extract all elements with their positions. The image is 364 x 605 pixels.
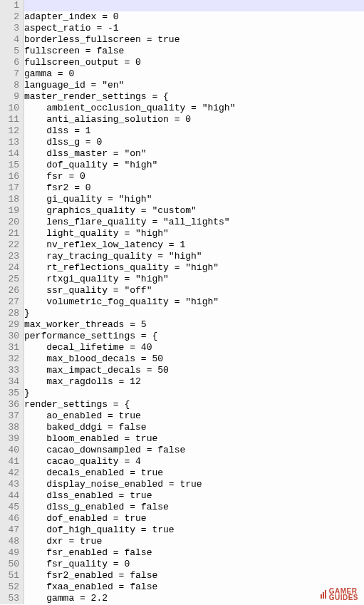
code-line[interactable]: display_noise_enabled = true [24,479,364,490]
code-line[interactable]: graphics_quality = "custom" [24,205,364,217]
code-editor: 1234567891011121314151617181920212223242… [0,0,364,604]
line-number: 30 [0,331,19,342]
code-line[interactable]: fullscreen = false [24,46,364,57]
code-line[interactable]: fsr_enabled = false [24,547,364,559]
code-line[interactable]: adapter_index = 0 [24,11,364,23]
line-number: 29 [0,319,19,331]
code-line[interactable]: ray_tracing_quality = "high" [24,251,364,262]
line-number: 42 [0,467,19,479]
line-number: 15 [0,160,19,171]
line-number: 11 [0,114,19,125]
line-number: 19 [0,205,19,217]
code-line[interactable]: dlss = 1 [24,125,364,137]
line-number: 25 [0,274,19,285]
line-number: 53 [0,593,19,604]
watermark-bars-icon [321,590,326,599]
line-number: 46 [0,513,19,524]
code-line[interactable]: max_blood_decals = 50 [24,353,364,365]
line-number: 5 [0,46,19,57]
line-number: 40 [0,445,19,456]
code-line[interactable]: dlss_g_enabled = false [24,502,364,513]
code-line[interactable]: master_render_settings = { [24,91,364,103]
code-line[interactable]: cacao_downsampled = false [24,445,364,456]
code-line[interactable]: gi_quality = "high" [24,194,364,205]
code-line[interactable]: bloom_enabled = true [24,433,364,445]
code-line[interactable]: rt_reflections_quality = "high" [24,262,364,274]
code-line[interactable]: language_id = "en" [24,80,364,91]
code-line[interactable]: lens_flare_quality = "all_lights" [24,217,364,228]
line-number: 38 [0,422,19,433]
code-line[interactable]: dof_quality = "high" [24,160,364,171]
code-line[interactable]: dof_high_quality = true [24,524,364,536]
line-number: 21 [0,228,19,239]
watermark-logo: GAMER GUIDES [321,588,358,601]
watermark-line2: GUIDES [329,594,358,601]
code-line[interactable]: performance_settings = { [24,331,364,342]
line-number: 31 [0,342,19,353]
code-line[interactable]: decals_enabled = true [24,467,364,479]
code-line[interactable]: fsr_quality = 0 [24,559,364,570]
code-line[interactable]: fsr2 = 0 [24,182,364,194]
line-number: 16 [0,171,19,182]
code-line[interactable]: dxr = true [24,536,364,547]
code-area[interactable]: adapter_index = 0aspect_ratio = -1border… [24,0,364,604]
code-line[interactable]: max_ragdolls = 12 [24,376,364,388]
line-number: 34 [0,376,19,388]
code-line[interactable]: light_quality = "high" [24,228,364,239]
line-number: 36 [0,399,19,410]
code-line[interactable]: rtxgi_quality = "high" [24,274,364,285]
line-number: 39 [0,433,19,445]
code-line[interactable]: cacao_quality = 4 [24,456,364,467]
line-number: 10 [0,103,19,114]
code-line[interactable]: max_impact_decals = 50 [24,365,364,376]
code-line[interactable]: } [24,388,364,399]
line-number: 51 [0,570,19,581]
code-line[interactable]: volumetric_fog_quality = "high" [24,296,364,308]
code-line[interactable]: max_worker_threads = 5 [24,319,364,331]
code-line[interactable]: dlss_enabled = true [24,490,364,502]
line-number: 47 [0,524,19,536]
code-line[interactable]: render_settings = { [24,399,364,410]
line-number: 28 [0,308,19,319]
line-number-gutter: 1234567891011121314151617181920212223242… [0,0,24,604]
line-number: 44 [0,490,19,502]
code-line[interactable]: aspect_ratio = -1 [24,23,364,34]
code-line[interactable]: baked_ddgi = false [24,422,364,433]
code-line[interactable]: fsr = 0 [24,171,364,182]
code-line[interactable]: dof_enabled = true [24,513,364,524]
line-number: 12 [0,125,19,137]
line-number: 41 [0,456,19,467]
code-line[interactable]: ambient_occlusion_quality = "high" [24,103,364,114]
code-line[interactable]: ao_enabled = true [24,410,364,422]
line-number: 35 [0,388,19,399]
line-number: 27 [0,296,19,308]
line-number: 45 [0,502,19,513]
code-line[interactable]: fsr2_enabled = false [24,570,364,581]
code-line[interactable]: nv_reflex_low_latency = 1 [24,239,364,251]
code-line[interactable]: ssr_quality = "off" [24,285,364,296]
code-line[interactable]: fxaa_enabled = false [24,581,364,593]
line-number: 8 [0,80,19,91]
code-line[interactable]: dlss_g = 0 [24,137,364,148]
code-line[interactable]: borderless_fullscreen = true [24,34,364,46]
line-number: 48 [0,536,19,547]
line-number: 43 [0,479,19,490]
line-number: 33 [0,365,19,376]
line-number: 52 [0,581,19,593]
code-line[interactable]: gamma = 0 [24,68,364,80]
line-number: 1 [0,0,19,11]
line-number: 23 [0,251,19,262]
code-line[interactable]: gamma = 2.2 [24,593,364,604]
line-number: 9 [0,91,19,103]
code-line[interactable]: dlss_master = "on" [24,148,364,160]
code-line[interactable]: anti_aliasing_solution = 0 [24,114,364,125]
code-line[interactable]: decal_lifetime = 40 [24,342,364,353]
code-line[interactable]: } [24,308,364,319]
line-number: 22 [0,239,19,251]
line-number: 14 [0,148,19,160]
code-line[interactable] [24,0,364,11]
line-number: 32 [0,353,19,365]
line-number: 4 [0,34,19,46]
line-number: 6 [0,57,19,68]
code-line[interactable]: fullscreen_output = 0 [24,57,364,68]
